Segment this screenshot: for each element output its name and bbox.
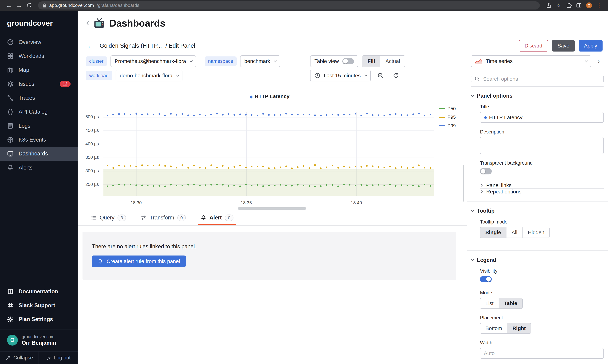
back-arrow-icon[interactable]: ← (87, 42, 94, 49)
workload-select[interactable]: demo-benchmark-flora (116, 70, 183, 81)
data-point-p95 (141, 164, 143, 166)
sidebar-item-plan-settings[interactable]: Plan Settings (0, 312, 78, 326)
legend-mode-table[interactable]: Table (499, 298, 522, 308)
refresh-icon[interactable] (390, 70, 402, 81)
fill-option[interactable]: Fill (362, 56, 380, 67)
extensions-puzzle-icon[interactable] (564, 2, 574, 8)
tooltip-mode-all[interactable]: All (506, 227, 522, 238)
tooltip-section-header[interactable]: Tooltip (471, 208, 604, 214)
tab-alert[interactable]: Alert 0 (198, 215, 236, 225)
legend-label: P99 (448, 123, 456, 129)
page-header: ‹ Dashboards (78, 11, 608, 36)
namespace-select[interactable]: benchmark (240, 55, 280, 67)
transparent-background-toggle[interactable] (480, 168, 491, 174)
sidebar-item-overview[interactable]: Overview (0, 35, 78, 49)
legend-item[interactable]: P95 (439, 114, 456, 120)
tab-transform[interactable]: Transform 0 (138, 215, 188, 225)
data-point-p50 (332, 184, 333, 186)
data-point-p50 (251, 185, 252, 186)
tooltip-mode-hidden[interactable]: Hidden (522, 227, 549, 238)
browser-profile-avatar[interactable]: O (584, 2, 594, 8)
collapse-sidebar-button[interactable]: Collapse (0, 351, 39, 364)
panel-links-row[interactable]: Panel links (480, 182, 604, 188)
visualization-select[interactable]: Time series (471, 55, 592, 67)
browser-sidepanel-icon[interactable] (574, 2, 584, 8)
sidebar-item-k8s-events[interactable]: K8s Events (0, 133, 78, 147)
legend-width-input[interactable] (480, 348, 604, 359)
horizontal-scrollbar[interactable] (238, 207, 306, 210)
browser-back-icon[interactable]: ← (4, 0, 14, 11)
options-search-input[interactable] (483, 76, 600, 82)
legend-item[interactable]: P50 (439, 106, 456, 112)
sidebar-item-traces[interactable]: Traces (0, 91, 78, 105)
share-icon[interactable] (544, 2, 554, 8)
vertical-scrollbar[interactable] (463, 165, 464, 202)
sidebar-item-workloads[interactable]: Workloads (0, 49, 78, 63)
time-range-picker[interactable]: Last 15 minutes (310, 70, 371, 81)
breadcrumb[interactable]: Golden Signals (HTTP... / Edit Panel (100, 42, 195, 49)
panel-description-input[interactable] (480, 137, 604, 154)
discard-button[interactable]: Discard (519, 40, 548, 52)
browser-forward-icon[interactable]: → (14, 0, 24, 11)
options-search[interactable] (471, 76, 604, 82)
tooltip-mode-single[interactable]: Single (480, 227, 506, 238)
groundcover-logo: groundcover (0, 11, 78, 35)
bookmark-star-icon[interactable]: ☆ (554, 2, 564, 9)
data-point-p50 (257, 184, 258, 186)
legend-placement-bottom[interactable]: Bottom (480, 323, 507, 333)
actual-option[interactable]: Actual (380, 56, 405, 67)
legend-mode-list[interactable]: List (480, 298, 499, 308)
overview-gauge-icon (7, 39, 13, 45)
legend-placement-field: Placement Bottom Right (471, 315, 604, 334)
data-point-p99 (383, 115, 385, 117)
sidebar-item-slack-support[interactable]: Slack Support (0, 299, 78, 312)
k8s-wheel-icon (7, 136, 13, 143)
data-point-p50 (193, 183, 195, 185)
sidebar-item-alerts[interactable]: Alerts (0, 161, 78, 175)
zoom-out-icon[interactable] (375, 70, 386, 81)
data-point-p95 (193, 165, 195, 166)
tab-query[interactable]: Query 3 (89, 215, 128, 225)
breadcrumb-dashboard-name[interactable]: Golden Signals (HTTP... (100, 42, 162, 49)
panel-title-input[interactable]: ◆ HTTP Latency (480, 112, 604, 123)
gridline-h (104, 130, 434, 131)
apply-button[interactable]: Apply (579, 40, 603, 52)
repeat-options-row[interactable]: Repeat options (480, 188, 604, 195)
sidebar-item-api-catalog[interactable]: API Catalog (0, 105, 78, 119)
legend-item[interactable]: P99 (439, 123, 456, 129)
sidebar-item-issues[interactable]: Issues 12 (0, 77, 78, 91)
legend-placement-right[interactable]: Right (507, 323, 531, 333)
y-axis-label: 500 µs (78, 114, 99, 119)
browser-reload-icon[interactable] (24, 3, 34, 8)
work-area: cluster Prometheus@benchmark-flora names… (78, 55, 608, 364)
sidebar-item-map[interactable]: Map (0, 63, 78, 77)
save-button[interactable]: Save (552, 40, 575, 52)
namespace-chip[interactable]: namespace (205, 56, 237, 66)
create-alert-rule-button[interactable]: Create alert rule from this panel (92, 256, 185, 267)
user-profile[interactable]: O groundcover.com Orr Benjamin (0, 329, 78, 351)
data-point-p95 (337, 167, 339, 169)
cluster-chip[interactable]: cluster (86, 56, 107, 66)
sidebar-item-logs[interactable]: Logs (0, 119, 78, 133)
panel-options-section-header[interactable]: Panel options (471, 93, 604, 99)
legend-visibility-toggle[interactable] (480, 276, 491, 282)
chevron-down-icon (471, 258, 474, 261)
data-point-p95 (412, 167, 414, 168)
workload-chip[interactable]: workload (86, 71, 112, 80)
back-chevron-icon[interactable]: ‹ (86, 18, 89, 27)
address-bar[interactable]: app.groundcover.com/grafana/dashboards (38, 1, 540, 10)
data-point-p99 (303, 114, 304, 115)
data-point-p50 (262, 185, 264, 187)
sidebar-item-dashboards[interactable]: Dashboards (0, 147, 78, 161)
options-pane-collapse-button[interactable]: › (594, 55, 604, 67)
table-view-toggle[interactable] (342, 58, 354, 64)
legend-section-header[interactable]: Legend (471, 257, 604, 263)
data-point-p95 (107, 165, 108, 167)
browser-menu-kebab-icon[interactable]: ⋮ (594, 2, 604, 9)
sidebar-item-documentation[interactable]: Documentation (0, 285, 78, 299)
data-point-p50 (280, 184, 281, 185)
cluster-select[interactable]: Prometheus@benchmark-flora (110, 55, 196, 67)
y-axis-label: 450 µs (78, 128, 99, 133)
logout-button[interactable]: Log out (39, 351, 77, 364)
data-point-p50 (355, 185, 356, 186)
